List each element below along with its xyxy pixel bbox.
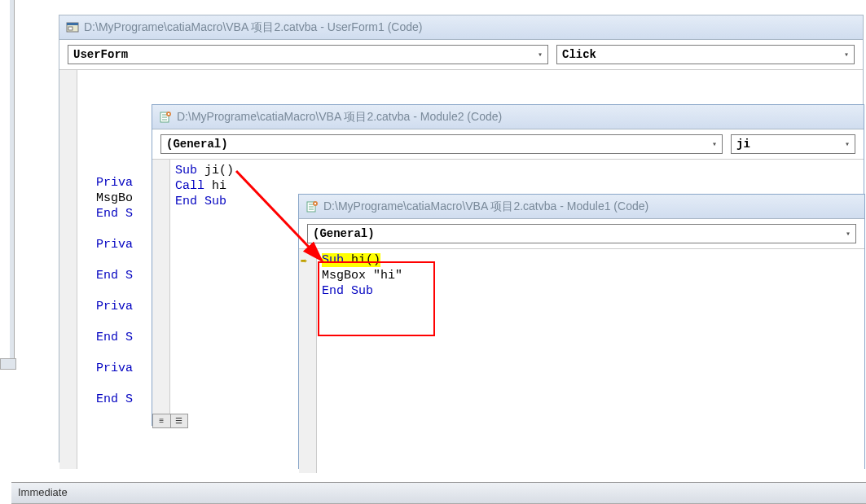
object-dropdown[interactable]: (General) ▾ [307, 224, 856, 243]
module2-code: Sub ji() Call hi End Sub [175, 163, 234, 209]
chevron-down-icon: ▾ [712, 139, 717, 149]
procedure-dropdown[interactable]: Click ▾ [556, 45, 855, 64]
userform-icon [66, 21, 79, 34]
window-title: D:\MyPrograme\catiaMacro\VBA 项目2.catvba … [177, 110, 502, 125]
left-panel-corner [0, 358, 16, 370]
immediate-label: Immediate [18, 486, 68, 498]
titlebar-userform1[interactable]: D:\MyPrograme\catiaMacro\VBA 项目2.catvba … [59, 15, 863, 40]
dropdown-row: (General) ▾ [299, 219, 864, 249]
window-title: D:\MyPrograme\catiaMacro\VBA 项目2.catvba … [84, 20, 422, 35]
code-margin [59, 70, 77, 469]
procedure-dropdown-text: ji [736, 138, 750, 151]
titlebar-module1[interactable]: D:\MyPrograme\catiaMacro\VBA 项目2.catvba … [299, 195, 864, 219]
titlebar-module2[interactable]: D:\MyPrograme\catiaMacro\VBA 项目2.catvba … [152, 105, 864, 129]
dropdown-row: UserForm ▾ Click ▾ [59, 40, 863, 70]
execution-pointer-icon: ➨ [301, 254, 307, 270]
chevron-down-icon: ▾ [846, 229, 851, 239]
module-icon [159, 111, 172, 124]
code-margin: ➨ [299, 249, 317, 473]
procedure-view-button[interactable]: ≡ [153, 414, 171, 427]
left-panel-edge [10, 0, 15, 365]
window-title: D:\MyPrograme\catiaMacro\VBA 项目2.catvba … [323, 199, 648, 214]
immediate-window-header[interactable]: Immediate [11, 482, 866, 504]
module1-code: Sub hi() MsgBox "hi" End Sub [322, 252, 402, 299]
procedure-dropdown[interactable]: ji ▾ [731, 134, 855, 154]
object-dropdown-text: UserForm [73, 48, 128, 61]
chevron-down-icon: ▾ [844, 50, 849, 59]
dropdown-row: (General) ▾ ji ▾ [152, 129, 864, 160]
svg-rect-1 [67, 23, 78, 25]
code-editor[interactable]: ➨ Sub hi() MsgBox "hi" End Sub [299, 249, 864, 473]
object-dropdown-text: (General) [166, 138, 228, 151]
userform1-code-partial: Priva MsgBo End S Priva End S Priva End … [96, 160, 150, 407]
code-window-module1[interactable]: D:\MyPrograme\catiaMacro\VBA 项目2.catvba … [298, 194, 865, 469]
object-dropdown[interactable]: (General) ▾ [160, 134, 723, 154]
chevron-down-icon: ▾ [845, 139, 850, 149]
chevron-down-icon: ▾ [538, 50, 543, 59]
full-view-button[interactable]: ☰ [171, 414, 188, 427]
module-icon [306, 200, 319, 213]
object-dropdown-text: (General) [313, 227, 375, 240]
procedure-dropdown-text: Click [562, 48, 596, 61]
view-mode-buttons: ≡ ☰ [152, 414, 188, 428]
object-dropdown[interactable]: UserForm ▾ [68, 45, 548, 64]
code-margin [152, 160, 170, 428]
svg-rect-2 [68, 27, 73, 30]
